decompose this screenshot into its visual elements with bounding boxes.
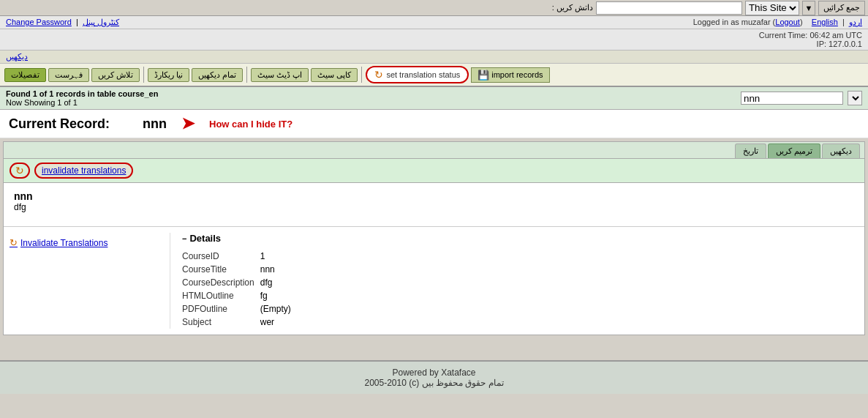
arrow-annotation: ➤ <box>181 114 195 133</box>
btn-new-record[interactable]: نیا ریکارڈ <box>148 68 189 82</box>
toggle-icon[interactable]: − <box>182 234 186 243</box>
change-password-link[interactable]: Change Password <box>6 18 72 26</box>
showing-count: Now Showing 1 of 1 <box>6 98 736 107</box>
btn-import-records[interactable]: 💾 import records <box>471 67 549 83</box>
invalidate-translations-text: Invalidate Translations <box>20 238 107 248</box>
field-value: (Empty) <box>260 302 297 316</box>
content-dfg: dfg <box>14 202 854 212</box>
urdu-link[interactable]: اردو <box>849 18 862 26</box>
time-ip-info: Current Time: 06:42 am UTC IP: 127.0.0.1 <box>759 31 862 48</box>
btn-list[interactable]: فہرست <box>48 68 89 82</box>
table-row: CourseTitlennn <box>182 263 297 276</box>
tab-edit[interactable]: ترمیم کریں <box>768 143 820 158</box>
invalidate-translations-link[interactable]: ↻ Invalidate Translations <box>10 237 162 248</box>
login-bar: کنٹرول پینل | Change Password Logged in … <box>0 16 868 29</box>
table-row: PDFOutline(Empty) <box>182 302 297 316</box>
submit-button[interactable]: جمع کرائیں <box>818 1 865 15</box>
field-label: CourseTitle <box>182 263 260 276</box>
info-bar: Current Time: 06:42 am UTC IP: 127.0.0.1 <box>0 29 868 51</box>
btn-details[interactable]: تفصیلات <box>4 68 46 82</box>
table-row: CourseDescriptiondfg <box>182 276 297 289</box>
btn-set-translation[interactable]: ↻ set translation status <box>366 66 469 83</box>
btn-view-all[interactable]: تمام ديکھیں <box>192 68 243 82</box>
search-input[interactable] <box>596 1 742 15</box>
details-left-panel: ↻ Invalidate Translations <box>10 233 170 329</box>
details-table: CourseID1CourseTitlennnCourseDescription… <box>182 250 297 329</box>
found-text: Found 1 of 1 records in table course_en … <box>6 89 736 107</box>
tab-history[interactable]: تاریخ <box>735 143 766 158</box>
nav-top-link[interactable]: ديکھيں <box>6 52 28 61</box>
separator3 <box>361 67 362 83</box>
btn-search[interactable]: تلاش کریں <box>91 68 140 82</box>
set-translation-label: set translation status <box>386 70 460 79</box>
logged-in-text: Logged in as muzafar ( <box>693 18 776 26</box>
main-toolbar: تفصیلات فہرست تلاش کریں نیا ریکارڈ تمام … <box>0 64 868 87</box>
current-time: Current Time: 06:42 am UTC <box>759 31 862 40</box>
invalidate-row-wrapper: ↻ invalidate translations <box>4 159 864 183</box>
invalidate-icon: ↻ <box>10 163 30 179</box>
field-value: fg <box>260 289 297 302</box>
footer-line1: Powered by Xataface <box>6 367 862 378</box>
field-value: nnn <box>260 263 297 276</box>
field-value: wer <box>260 316 297 329</box>
field-label: PDFOutline <box>182 302 260 316</box>
control-panel-link[interactable]: کنٹرول پینل <box>83 18 119 26</box>
question-annotation: How can I hide IT? <box>209 119 293 130</box>
record-name-heading: nnn <box>143 116 167 132</box>
btn-update-set[interactable]: اپ ڈیٹ سیٹ <box>251 68 309 82</box>
field-value: 1 <box>260 250 297 263</box>
field-label: CourseID <box>182 250 260 263</box>
logout-link[interactable]: Logout <box>775 18 800 26</box>
details-title: Details <box>189 233 221 244</box>
filter-input[interactable] <box>741 92 843 105</box>
btn-copy-set[interactable]: کاپی سیٹ <box>311 68 358 82</box>
content-nnn: nnn <box>14 190 854 202</box>
footer-line2: تمام حقوق محفوظ بیں (c) 2005-2010 <box>6 378 862 388</box>
top-bar: داتش کریں : This Site ▼ جمع کرائیں <box>0 0 868 16</box>
table-row: HTMLOutlinefg <box>182 289 297 302</box>
record-tabs: ديکھيں ترمیم کریں تاریخ <box>4 142 864 159</box>
content-area: nnn dfg <box>4 183 864 227</box>
filter-dropdown[interactable] <box>848 91 862 105</box>
nav-links-left: کنٹرول پینل | Change Password <box>6 18 119 27</box>
invalidate-translations-label[interactable]: invalidate translations <box>34 163 133 179</box>
refresh-icon: ↻ <box>374 69 383 81</box>
invalidate-link-icon: ↻ <box>10 237 18 248</box>
table-row: CourseID1 <box>182 250 297 263</box>
english-link[interactable]: English <box>812 18 838 26</box>
details-section: ↻ Invalidate Translations − Details Cour… <box>4 227 864 335</box>
separator1 <box>143 67 144 83</box>
table-row: Subjectwer <box>182 316 297 329</box>
found-count: Found 1 of 1 records in table course_en <box>6 89 736 98</box>
main-content: ديکھيں ترمیم کریں تاریخ ↻ invalidate tra… <box>3 141 865 335</box>
search-label: داتش کریں : <box>552 3 593 12</box>
field-value: dfg <box>260 276 297 289</box>
search-filter-bar: Found 1 of 1 records in table course_en … <box>0 87 868 110</box>
logout-close: ) <box>800 18 803 26</box>
field-label: HTMLOutline <box>182 289 260 302</box>
field-label: CourseDescription <box>182 276 260 289</box>
site-select[interactable]: This Site <box>745 1 799 15</box>
disk-icon: 💾 <box>478 70 489 81</box>
tab-view[interactable]: ديکھيں <box>822 143 860 158</box>
footer: Powered by Xataface تمام حقوق محفوظ بیں … <box>0 360 868 394</box>
details-right-panel: − Details CourseID1CourseTitlennnCourseD… <box>170 233 858 329</box>
details-header: − Details <box>182 233 858 244</box>
nav-bar-top: ديکھيں <box>0 51 868 64</box>
ip-address: IP: 127.0.0.1 <box>759 40 862 48</box>
current-record-heading: Current Record: nnn ➤ How can I hide IT? <box>0 110 868 138</box>
heading-prefix: Current Record: <box>9 116 110 132</box>
dropdown-arrow-button[interactable]: ▼ <box>802 1 815 15</box>
invalidate-row-inner: ↻ invalidate translations <box>4 160 864 181</box>
field-label: Subject <box>182 316 260 329</box>
login-info: Logged in as muzafar (Logout) English | … <box>693 18 862 27</box>
separator2 <box>246 67 247 83</box>
import-records-label: import records <box>491 70 543 79</box>
